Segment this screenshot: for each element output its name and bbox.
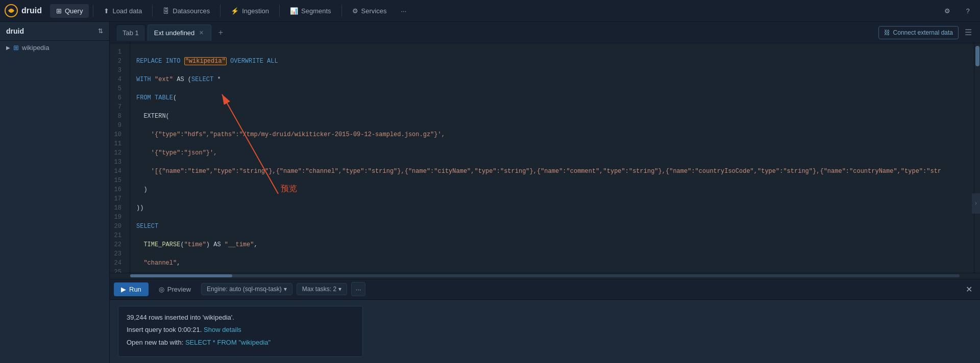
nav-separator-4	[279, 5, 280, 17]
line-numbers: 1 2 3 4 5 6 7 8 9 10 11 12 13 14 15 16 1	[110, 43, 130, 273]
right-panel-collapse[interactable]: ›	[972, 193, 980, 214]
help-button[interactable]: ?	[960, 3, 976, 19]
nav-item-services[interactable]: ⚙ Services	[346, 4, 393, 18]
result-line-3: Open new tab with: SELECT * FROM "wikipe…	[127, 338, 354, 348]
nav-separator-2	[152, 5, 153, 17]
top-nav: druid ⊞ Query ⬆ Load data 🗄 Datasources …	[0, 0, 980, 22]
settings-button[interactable]: ⚙	[939, 3, 955, 19]
segments-icon: 📊	[290, 7, 298, 15]
horizontal-scroll-track	[130, 274, 960, 277]
tab-close-icon[interactable]: ✕	[198, 29, 205, 36]
chevron-down-icon: ▾	[284, 286, 287, 293]
sidebar-header: druid ⇅	[0, 22, 109, 41]
ingestion-icon: ⚡	[231, 7, 239, 15]
tab-add-button[interactable]: +	[213, 25, 228, 40]
sidebar-collapse-icon[interactable]: ⇅	[98, 28, 103, 35]
services-icon: ⚙	[352, 7, 358, 15]
tabs-bar: Tab 1 Ext undefined ✕ + ⛓ Connect extern…	[110, 22, 980, 43]
horizontal-scrollbar[interactable]: ›	[110, 273, 980, 279]
panel-collapse-button[interactable]: ☰	[963, 25, 974, 39]
vertical-scrollbar[interactable]	[974, 43, 980, 273]
tabs-right: ⛓ Connect external data ☰	[878, 25, 974, 39]
main-layout: druid ⇅ ▶ ⊞ wikipedia Tab 1 Ext undefine…	[0, 22, 980, 363]
preview-icon: ◎	[159, 286, 164, 293]
sql-editor[interactable]: REPLACE INTO "wikipedia" OVERWRITE ALL W…	[130, 43, 974, 273]
table-icon: ⊞	[13, 44, 19, 51]
content-area: Tab 1 Ext undefined ✕ + ⛓ Connect extern…	[110, 22, 980, 363]
nav-item-more[interactable]: ···	[395, 4, 412, 18]
load-data-icon: ⬆	[104, 7, 109, 15]
nav-separator-5	[341, 5, 342, 17]
result-line-2: Insert query took 0:00:21. Show details	[127, 325, 354, 335]
open-new-tab-link[interactable]: SELECT * FROM "wikipedia"	[185, 339, 271, 346]
logo-text: druid	[21, 6, 42, 15]
tab-ext-undefined[interactable]: Ext undefined ✕	[148, 24, 212, 41]
chevron-down-icon-2: ▾	[338, 286, 341, 293]
play-icon: ▶	[121, 286, 126, 293]
nav-right: ⚙ ?	[939, 3, 976, 19]
tab-tab1[interactable]: Tab 1	[116, 24, 145, 41]
vertical-scroll-thumb	[975, 46, 979, 66]
nav-item-datasources[interactable]: 🗄 Datasources	[157, 4, 216, 18]
bottom-toolbar: ▶ Run ◎ Preview Engine: auto (sql-msq-ta…	[110, 279, 980, 299]
preview-button[interactable]: ◎ Preview	[153, 282, 197, 296]
editor-content: 1 2 3 4 5 6 7 8 9 10 11 12 13 14 15 16 1	[110, 43, 980, 273]
result-line-1: 39,244 rows inserted into 'wikipedia'.	[127, 313, 354, 323]
toolbar-right: ✕	[962, 282, 976, 296]
nav-item-ingestion[interactable]: ⚡ Ingestion	[225, 4, 275, 18]
horizontal-scroll-thumb	[130, 274, 232, 277]
close-panel-button[interactable]: ✕	[962, 282, 976, 296]
run-button[interactable]: ▶ Run	[114, 282, 149, 296]
nav-separator-1	[93, 5, 93, 17]
engine-selector[interactable]: Engine: auto (sql-msq-task) ▾	[201, 283, 292, 295]
link-icon: ⛓	[884, 29, 890, 36]
nav-separator-3	[220, 5, 220, 17]
nav-item-segments[interactable]: 📊 Segments	[284, 4, 337, 18]
max-tasks-selector[interactable]: Max tasks: 2 ▾	[297, 283, 347, 295]
editor-wrapper: 1 2 3 4 5 6 7 8 9 10 11 12 13 14 15 16 1	[110, 43, 980, 363]
nav-items: ⊞ Query ⬆ Load data 🗄 Datasources ⚡ Inge…	[50, 4, 939, 18]
result-box: 39,244 rows inserted into 'wikipedia'. I…	[118, 306, 363, 357]
more-options-button[interactable]: ···	[351, 282, 365, 296]
nav-item-load-data[interactable]: ⬆ Load data	[97, 4, 148, 18]
result-panel: 39,244 rows inserted into 'wikipedia'. I…	[110, 299, 980, 363]
chevron-right-icon: ▶	[6, 45, 10, 50]
datasources-icon: 🗄	[163, 7, 169, 15]
query-icon: ⊞	[56, 7, 62, 15]
sidebar-item-wikipedia[interactable]: ▶ ⊞ wikipedia	[0, 41, 109, 55]
nav-item-query[interactable]: ⊞ Query	[50, 4, 89, 18]
sidebar: druid ⇅ ▶ ⊞ wikipedia	[0, 22, 110, 363]
druid-logo-icon	[4, 4, 18, 18]
logo[interactable]: druid	[4, 4, 42, 18]
show-details-link[interactable]: Show details	[204, 326, 241, 333]
sidebar-title: druid	[6, 27, 24, 35]
connect-external-data-button[interactable]: ⛓ Connect external data	[878, 26, 959, 39]
